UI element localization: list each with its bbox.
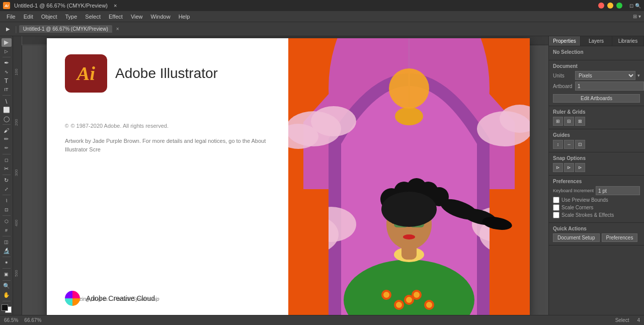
- rotate-tool[interactable]: ↻: [2, 176, 12, 185]
- units-dropdown-arrow: ▾: [637, 73, 640, 78]
- tool-sep-7: [3, 215, 11, 216]
- tab-close[interactable]: ×: [114, 3, 117, 9]
- zoom-display: 66.5%: [4, 317, 18, 323]
- snap-btn-3[interactable]: ⊳: [575, 163, 585, 172]
- snap-btn-1[interactable]: ⊳: [553, 163, 563, 172]
- menu-file[interactable]: File: [3, 13, 19, 21]
- foreground-color[interactable]: [2, 304, 8, 311]
- snap-icons: ⊳ ⊳ ⊳: [553, 163, 640, 172]
- menu-object[interactable]: Object: [38, 13, 61, 21]
- scale-tool[interactable]: ⤢: [2, 185, 12, 194]
- touch-type-tool[interactable]: IT: [2, 85, 12, 94]
- doc-tab[interactable]: Untitled-1 @ 66.67% (CMYK/Preview): [19, 25, 112, 33]
- menu-effect[interactable]: Effect: [105, 13, 126, 21]
- scissors-tool[interactable]: ✂: [2, 165, 12, 173]
- ai-logo: Ai Adobe Illustrator: [65, 54, 270, 93]
- ruler-btn-1[interactable]: ⊞: [553, 117, 563, 126]
- select-tool[interactable]: ▶: [2, 38, 12, 47]
- guides-icons: ↕ ↔ ⊡: [553, 140, 640, 149]
- free-transform-tool[interactable]: ⊡: [2, 206, 12, 214]
- no-selection-section: No Selection: [549, 46, 644, 60]
- artboard-tool[interactable]: ▣: [2, 270, 12, 279]
- ruler-btn-2[interactable]: ⊟: [564, 117, 574, 126]
- menu-window[interactable]: Window: [147, 13, 174, 21]
- tool-sep-5: [3, 175, 11, 175]
- menu-type[interactable]: Type: [62, 13, 81, 21]
- mesh-tool[interactable]: #: [2, 226, 12, 235]
- copyright-text: © © 1987-2020 Adobe. All rights reserved…: [65, 123, 270, 129]
- pencil-tool[interactable]: ✏: [2, 135, 12, 144]
- splash-info: © © 1987-2020 Adobe. All rights reserved…: [65, 123, 270, 296]
- guide-btn-1[interactable]: ↕: [553, 140, 563, 149]
- rect-tool[interactable]: ⬜: [2, 106, 12, 114]
- color-boxes[interactable]: [2, 304, 12, 313]
- cc-logo: [65, 291, 80, 306]
- paintbrush-tool[interactable]: 🖌: [2, 126, 12, 135]
- maximize-btn[interactable]: [616, 3, 622, 9]
- menu-view[interactable]: View: [127, 13, 146, 21]
- scale-corners-check[interactable]: [553, 204, 559, 211]
- minimize-btn[interactable]: [607, 3, 613, 9]
- tab-close-btn[interactable]: ×: [116, 26, 119, 32]
- edit-artboards-btn[interactable]: Edit Artboards: [553, 94, 640, 103]
- preview-bounds-check[interactable]: [553, 197, 559, 203]
- title-bar-left: Ai Untitled-1 @ 66.67% (CMYK/Preview) ×: [3, 2, 117, 9]
- tab-properties[interactable]: Properties: [549, 36, 581, 46]
- curvature-tool[interactable]: ∿: [2, 67, 12, 76]
- ai-icon-text: Ai: [77, 62, 95, 85]
- doc-title: Untitled-1 @ 66.67% (CMYK/Preview): [14, 3, 108, 9]
- preferences-section: Preferences Keyboard Increment Use Previ…: [549, 176, 644, 223]
- preferences-btn[interactable]: Preferences: [602, 233, 638, 242]
- rulers-grids-section: Ruler & Grids ⊞ ⊟ ⊠: [549, 106, 644, 129]
- close-btn[interactable]: [598, 3, 604, 9]
- tab-libraries[interactable]: Libraries: [612, 36, 644, 46]
- eraser-tool[interactable]: ◻: [2, 156, 12, 165]
- blend-tool[interactable]: ⁕: [2, 259, 12, 267]
- direct-select-tool[interactable]: ▷: [2, 47, 12, 56]
- snap-btn-2[interactable]: ⊳: [564, 163, 574, 172]
- tab-layers[interactable]: Layers: [581, 36, 612, 46]
- svg-point-54: [403, 234, 415, 239]
- gradient-tool[interactable]: ◫: [2, 238, 12, 247]
- quick-actions-title: Quick Actions: [553, 226, 640, 231]
- keyboard-increment-input[interactable]: [596, 186, 640, 195]
- blob-brush-tool[interactable]: ✏: [2, 144, 12, 152]
- prefs-title: Preferences: [553, 179, 640, 184]
- hand-tool[interactable]: ✋: [2, 291, 12, 299]
- perspective-tool[interactable]: ⬡: [2, 217, 12, 226]
- ellipse-tool[interactable]: ◯: [2, 115, 12, 123]
- svg-text:500: 500: [14, 270, 19, 277]
- svg-point-37: [383, 292, 389, 298]
- preview-bounds-row: Use Preview Bounds: [553, 197, 640, 203]
- snap-title: Snap Options: [553, 155, 640, 161]
- scale-strokes-check[interactable]: [553, 212, 559, 218]
- zoom-tool[interactable]: 🔍: [2, 282, 12, 290]
- canvas-area: 100 200 300 400 500 600 700 800 900 100 …: [13, 36, 548, 315]
- panel-tabs: Properties Layers Libraries: [549, 36, 644, 46]
- ruler-btn-3[interactable]: ⊠: [575, 117, 585, 126]
- type-tool[interactable]: T: [2, 76, 12, 85]
- arrange-icon: ⊞ ▾: [633, 14, 641, 19]
- units-select[interactable]: Pixels Inches Centimeters: [575, 71, 635, 80]
- menu-select[interactable]: Select: [82, 13, 104, 21]
- arrow-tool[interactable]: ▶: [3, 25, 13, 33]
- eyedropper-tool[interactable]: 🔬: [2, 247, 12, 255]
- v-ruler-marks: 100 200 300 400 500: [13, 45, 22, 315]
- artwork-credit: Artwork by Jade Purple Brown. For more d…: [65, 137, 270, 153]
- line-tool[interactable]: \: [2, 97, 12, 106]
- doc-size-display: 66.67%: [24, 317, 41, 323]
- artboard-input[interactable]: [575, 82, 644, 91]
- menu-help[interactable]: Help: [175, 13, 194, 21]
- app-icon: Ai: [3, 2, 10, 9]
- svg-point-22: [389, 68, 429, 109]
- menu-edit[interactable]: Edit: [20, 13, 37, 21]
- pen-tool[interactable]: ✒: [2, 59, 12, 67]
- guide-btn-2[interactable]: ↔: [564, 140, 574, 149]
- preview-bounds-label: Use Preview Bounds: [561, 197, 608, 203]
- splash-artwork: [288, 38, 530, 315]
- document-setup-btn[interactable]: Document Setup: [553, 233, 600, 242]
- guide-btn-3[interactable]: ⊡: [575, 140, 585, 149]
- artboard-row: Artboard ‹ ›: [553, 82, 640, 91]
- snap-section: Snap Options ⊳ ⊳ ⊳: [549, 152, 644, 176]
- warp-tool[interactable]: ⌇: [2, 197, 12, 205]
